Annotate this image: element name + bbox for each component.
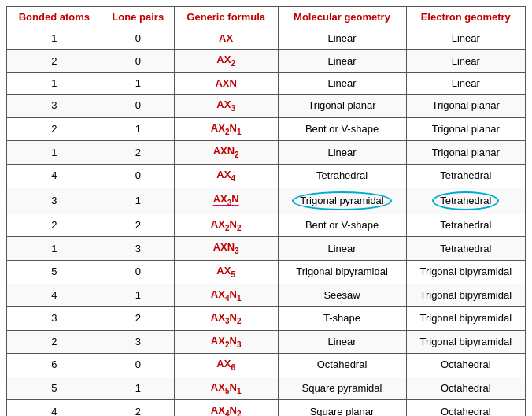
- cell-molecular-geometry: Linear: [278, 50, 406, 73]
- table-row: 42AX4N2Square planarOctahedral: [7, 400, 526, 416]
- cell-electron-geometry: Trigonal bipyramidal: [406, 284, 525, 307]
- cell-molecular-geometry: Octahedral: [278, 354, 406, 377]
- cell-molecular-geometry: Seesaw: [278, 284, 406, 307]
- table-row: 31AX3NTrigonal pyramidalTetrahedral: [7, 188, 526, 214]
- cell-generic-formula: AX2: [174, 50, 278, 73]
- cell-bonded-atoms: 1: [7, 72, 102, 94]
- cell-generic-formula: AXN2: [174, 141, 278, 165]
- table-row: 32AX3N2T-shapeTrigonal bipyramidal: [7, 307, 526, 331]
- cell-bonded-atoms: 4: [7, 400, 102, 416]
- cell-molecular-geometry: Square pyramidal: [278, 377, 406, 400]
- cell-lone-pairs: 0: [102, 50, 174, 73]
- cell-electron-geometry: Trigonal planar: [406, 95, 525, 118]
- cell-lone-pairs: 2: [102, 214, 174, 237]
- cell-molecular-geometry: Square planar: [278, 400, 406, 416]
- cell-electron-geometry: Octahedral: [406, 377, 525, 400]
- table-row: 40AX4TetrahedralTetrahedral: [7, 164, 526, 188]
- cell-lone-pairs: 0: [102, 354, 174, 377]
- cell-bonded-atoms: 2: [7, 117, 102, 141]
- cell-electron-geometry: Linear: [406, 50, 525, 73]
- cell-generic-formula: AX3N: [174, 188, 278, 214]
- cell-lone-pairs: 0: [102, 164, 174, 188]
- cell-lone-pairs: 1: [102, 72, 174, 94]
- cell-molecular-geometry: Trigonal bipyramidal: [278, 260, 406, 284]
- cell-electron-geometry: Trigonal planar: [406, 141, 525, 165]
- table-row: 41AX4N1SeesawTrigonal bipyramidal: [7, 284, 526, 307]
- cell-bonded-atoms: 2: [7, 330, 102, 354]
- cell-molecular-geometry: Linear: [278, 330, 406, 354]
- cell-bonded-atoms: 1: [7, 237, 102, 261]
- table-row: 11AXNLinearLinear: [7, 72, 526, 94]
- cell-generic-formula: AX4N1: [174, 284, 278, 307]
- cell-bonded-atoms: 4: [7, 284, 102, 307]
- cell-generic-formula: AX: [174, 28, 278, 50]
- cell-lone-pairs: 3: [102, 237, 174, 261]
- cell-electron-geometry: Trigonal bipyramidal: [406, 330, 525, 354]
- cell-lone-pairs: 2: [102, 307, 174, 331]
- table-row: 13AXN3LinearTetrahedral: [7, 237, 526, 261]
- cell-bonded-atoms: 2: [7, 50, 102, 73]
- table-row: 20AX2LinearLinear: [7, 50, 526, 73]
- cell-molecular-geometry: Bent or V-shape: [278, 214, 406, 237]
- cell-lone-pairs: 0: [102, 28, 174, 50]
- cell-molecular-geometry: Trigonal pyramidal: [278, 188, 406, 214]
- cell-electron-geometry: Tetrahedral: [406, 237, 525, 261]
- cell-bonded-atoms: 4: [7, 164, 102, 188]
- cell-electron-geometry: Octahedral: [406, 354, 525, 377]
- cell-bonded-atoms: 2: [7, 214, 102, 237]
- cell-generic-formula: AX2N3: [174, 330, 278, 354]
- cell-bonded-atoms: 1: [7, 141, 102, 165]
- vsepr-table: Bonded atoms Lone pairs Generic formula …: [6, 6, 526, 416]
- header-lone-pairs: Lone pairs: [102, 7, 174, 28]
- cell-lone-pairs: 2: [102, 400, 174, 416]
- cell-generic-formula: AX2N1: [174, 117, 278, 141]
- cell-electron-geometry: Tetrahedral: [406, 164, 525, 188]
- cell-molecular-geometry: Linear: [278, 72, 406, 94]
- header-generic-formula: Generic formula: [174, 7, 278, 28]
- table-row: 10AXLinearLinear: [7, 28, 526, 50]
- cell-bonded-atoms: 6: [7, 354, 102, 377]
- cell-electron-geometry: Trigonal planar: [406, 117, 525, 141]
- cell-molecular-geometry: Trigonal planar: [278, 95, 406, 118]
- cell-lone-pairs: 1: [102, 188, 174, 214]
- cell-generic-formula: AX5N1: [174, 377, 278, 400]
- cell-bonded-atoms: 3: [7, 188, 102, 214]
- cell-generic-formula: AXN3: [174, 237, 278, 261]
- table-row: 22AX2N2Bent or V-shapeTetrahedral: [7, 214, 526, 237]
- cell-bonded-atoms: 3: [7, 307, 102, 331]
- cell-generic-formula: AX3: [174, 95, 278, 118]
- cell-bonded-atoms: 5: [7, 377, 102, 400]
- cell-lone-pairs: 1: [102, 284, 174, 307]
- cell-molecular-geometry: Bent or V-shape: [278, 117, 406, 141]
- header-bonded-atoms: Bonded atoms: [7, 7, 102, 28]
- cell-generic-formula: AXN: [174, 72, 278, 94]
- cell-electron-geometry: Octahedral: [406, 400, 525, 416]
- cell-generic-formula: AX3N2: [174, 307, 278, 331]
- cell-molecular-geometry: Tetrahedral: [278, 164, 406, 188]
- cell-lone-pairs: 3: [102, 330, 174, 354]
- table-row: 30AX3Trigonal planarTrigonal planar: [7, 95, 526, 118]
- cell-bonded-atoms: 3: [7, 95, 102, 118]
- cell-generic-formula: AX4N2: [174, 400, 278, 416]
- cell-bonded-atoms: 1: [7, 28, 102, 50]
- cell-generic-formula: AX6: [174, 354, 278, 377]
- table-row: 12AXN2LinearTrigonal planar: [7, 141, 526, 165]
- table-row: 51AX5N1Square pyramidalOctahedral: [7, 377, 526, 400]
- cell-generic-formula: AX2N2: [174, 214, 278, 237]
- cell-lone-pairs: 1: [102, 117, 174, 141]
- cell-electron-geometry: Trigonal bipyramidal: [406, 307, 525, 331]
- cell-lone-pairs: 0: [102, 95, 174, 118]
- cell-lone-pairs: 2: [102, 141, 174, 165]
- cell-electron-geometry: Tetrahedral: [406, 214, 525, 237]
- cell-generic-formula: AX5: [174, 260, 278, 284]
- table-row: 23AX2N3LinearTrigonal bipyramidal: [7, 330, 526, 354]
- cell-electron-geometry: Linear: [406, 72, 525, 94]
- header-electron-geometry: Electron geometry: [406, 7, 525, 28]
- cell-molecular-geometry: T-shape: [278, 307, 406, 331]
- cell-lone-pairs: 1: [102, 377, 174, 400]
- cell-molecular-geometry: Linear: [278, 28, 406, 50]
- cell-generic-formula: AX4: [174, 164, 278, 188]
- cell-electron-geometry: Trigonal bipyramidal: [406, 260, 525, 284]
- cell-molecular-geometry: Linear: [278, 141, 406, 165]
- table-row: 21AX2N1Bent or V-shapeTrigonal planar: [7, 117, 526, 141]
